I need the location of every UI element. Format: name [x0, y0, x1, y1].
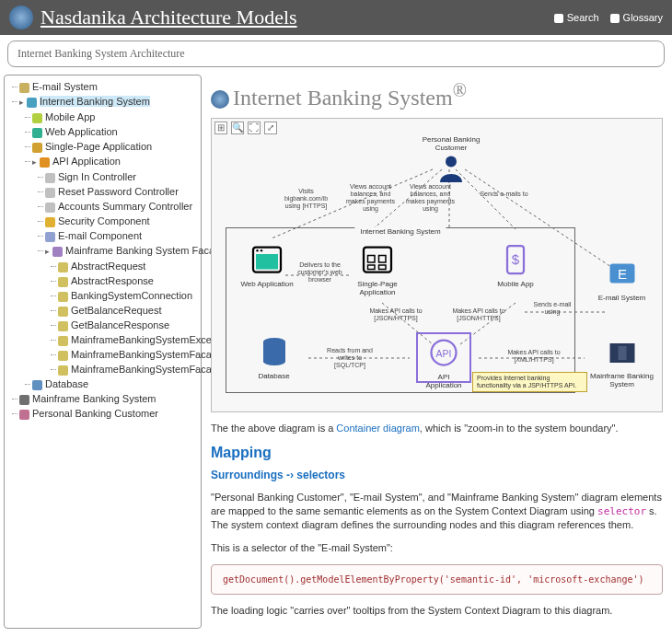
class-icon [58, 351, 68, 361]
tree-item-absres[interactable]: AbstractResponse [58, 273, 199, 288]
container-diagram-link[interactable]: Container diagram [336, 423, 420, 434]
page-title: Internet Banking System® [211, 80, 663, 110]
tree-item-customer[interactable]: Personal Banking Customer [19, 406, 199, 421]
person-icon [19, 410, 29, 420]
database-icon [32, 380, 42, 390]
api-icon [40, 157, 50, 168]
glossary-link[interactable]: Glossary [610, 12, 663, 23]
web-icon [32, 128, 42, 138]
controller-icon [45, 173, 55, 183]
tree-item-gbres[interactable]: GetBalanceResponse [58, 318, 199, 332]
tree-item-facade[interactable]: ▸Mainframe Banking System Facade Abstrac… [45, 243, 199, 376]
tree-item-conn[interactable]: BankingSystemConnection [58, 288, 199, 303]
edge-visits: Visits bigbank.com/ib using [HTTPS] [281, 188, 331, 210]
tree-item-gbreq[interactable]: GetBalanceRequest [58, 303, 199, 318]
tree-item-fac[interactable]: MainframeBankingSystemFacade [58, 347, 199, 362]
svg-text:$: $ [512, 251, 520, 267]
node-db[interactable]: Database [249, 335, 299, 380]
svg-rect-6 [368, 256, 376, 263]
breadcrumb[interactable]: Internet Banking System Architecture [7, 41, 665, 67]
tree-item-absreq[interactable]: AbstractRequest [58, 259, 199, 273]
class-icon [58, 365, 68, 376]
intro-paragraph: The the above diagram is a Container dia… [211, 422, 663, 435]
api-tooltip: Provides Internet banking functionality … [472, 372, 587, 392]
zoom-icon[interactable]: ⊞ [214, 122, 227, 134]
node-api[interactable]: API API Application [416, 332, 471, 383]
svg-rect-7 [379, 256, 387, 263]
edge-views2: Views account balances, and makes paymen… [405, 183, 456, 213]
node-mainframe[interactable]: Mainframe Banking System [587, 335, 656, 388]
svg-rect-2 [256, 254, 278, 270]
svg-text:API: API [436, 348, 452, 359]
tree-item-email[interactable]: E-mail System [19, 79, 199, 94]
nav-tree: E-mail System ▸Internet Banking System M… [4, 75, 202, 629]
edge-delivers: Delivers to the customer's web browser [295, 261, 345, 284]
envelope-icon [19, 83, 29, 93]
mapping-paragraph: "Personal Banking Customer", "E-mail Sys… [211, 491, 663, 532]
ibs-label: Internet Banking System [354, 227, 446, 236]
app-header: Nasdanika Architecture Models Search Glo… [0, 0, 672, 35]
api-icon: API [427, 336, 460, 369]
tree-item-emailcmp[interactable]: E-mail Component [45, 228, 199, 243]
edge-sends: Sends e-mails to [479, 191, 529, 198]
tree-item-ibs[interactable]: ▸Internet Banking System Mobile App Web … [19, 94, 199, 391]
database-icon [258, 335, 291, 368]
node-email[interactable]: E E-mail System [597, 257, 647, 302]
selector-code: selector [597, 505, 646, 517]
mobile-icon [32, 113, 42, 123]
svg-rect-8 [368, 265, 376, 270]
app-title[interactable]: Nasdanika Architecture Models [41, 6, 543, 29]
facade-icon [52, 247, 63, 257]
svg-rect-18 [618, 346, 626, 360]
edge-views1: Views account balances, and makes paymen… [345, 183, 396, 213]
node-customer[interactable]: Personal Banking Customer [419, 135, 483, 189]
browser-icon [250, 243, 284, 276]
mainframe-icon [606, 335, 639, 368]
class-icon [58, 307, 68, 317]
tree-item-web[interactable]: Web Application [32, 124, 199, 139]
tree-item-reset[interactable]: Reset Password Controller [45, 184, 199, 199]
fullscreen-icon[interactable]: ⤢ [264, 122, 277, 134]
edge-reads: Reads from and writes to [SQL/TCP] [322, 347, 377, 369]
carryover-paragraph: The loading logic "carries over" tooltip… [211, 604, 663, 618]
edge-xml: Makes API calls to [XML/HTTPS] [506, 349, 562, 364]
node-spa[interactable]: Single-Page Application [350, 243, 405, 296]
component-icon [45, 232, 55, 242]
tree-item-mainframe[interactable]: Mainframe Banking System [19, 391, 199, 406]
mobile-icon: $ [499, 243, 532, 276]
tree-item-exc[interactable]: MainframeBankingSystemException [58, 332, 199, 347]
security-icon [45, 217, 55, 227]
controller-icon [45, 203, 55, 213]
page-title-icon [211, 90, 229, 109]
mainframe-icon [19, 395, 29, 405]
svg-point-4 [261, 249, 262, 251]
fit-icon[interactable]: ⛶ [248, 122, 261, 134]
logo-icon [9, 6, 33, 29]
tree-item-db[interactable]: Database [32, 376, 199, 391]
search-icon[interactable]: 🔍 [231, 122, 244, 134]
svg-text:E: E [617, 266, 626, 282]
tree-item-accounts[interactable]: Accounts Summary Controller [45, 199, 199, 214]
spa-icon [361, 243, 394, 276]
edge-sends2: Sends e-mail using [529, 301, 575, 316]
tree-item-facimpl[interactable]: MainframeBankingSystemFacadeImpl [58, 362, 199, 376]
surroundings-heading: Surroundings -› selectors [211, 469, 663, 481]
class-icon [58, 336, 68, 346]
class-icon [58, 292, 68, 302]
node-web[interactable]: Web Application [239, 243, 295, 288]
selector-intro: This is a selector of the "E-mail System… [211, 541, 663, 555]
code-block[interactable]: getDocument().getModelElementByProperty(… [211, 564, 663, 595]
controller-icon [45, 188, 55, 198]
edge-api1: Makes API calls to [JSON/HTTPS] [368, 307, 423, 322]
content-pane: Internet Banking System® ⊞ 🔍 ⛶ ⤢ [202, 73, 672, 631]
svg-point-0 [446, 156, 457, 168]
container-diagram[interactable]: ⊞ 🔍 ⛶ ⤢ Personal Banking Custom [211, 118, 663, 412]
tree-item-spa[interactable]: Single-Page Application [32, 139, 199, 154]
tree-item-signin[interactable]: Sign In Controller [45, 169, 199, 184]
node-mobile[interactable]: $ Mobile App [488, 243, 543, 288]
tree-item-security[interactable]: Security Component [45, 214, 199, 228]
edge-api2: Makes API calls to [JSON/HTTPS] [451, 307, 506, 322]
tree-item-api[interactable]: ▸API Application Sign In Controller Rese… [32, 154, 199, 376]
search-link[interactable]: Search [554, 12, 599, 23]
tree-item-mobile[interactable]: Mobile App [32, 110, 199, 124]
